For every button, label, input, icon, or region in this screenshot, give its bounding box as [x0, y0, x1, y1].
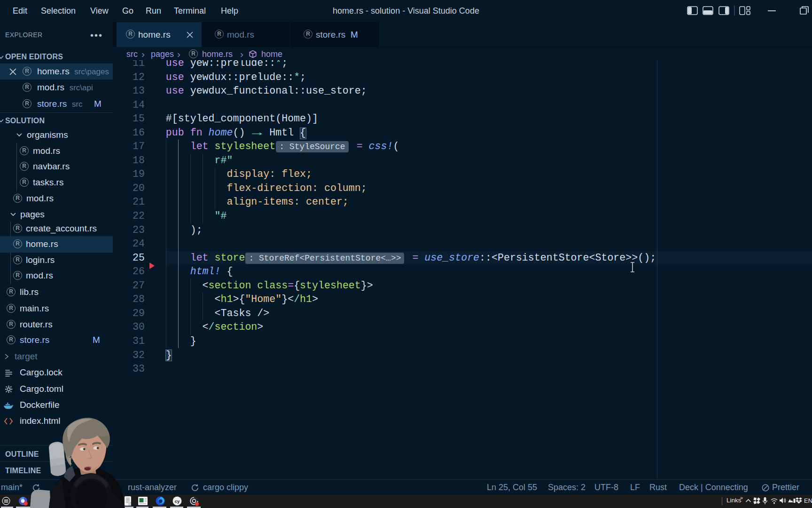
- svg-text:cy: cy: [175, 499, 180, 504]
